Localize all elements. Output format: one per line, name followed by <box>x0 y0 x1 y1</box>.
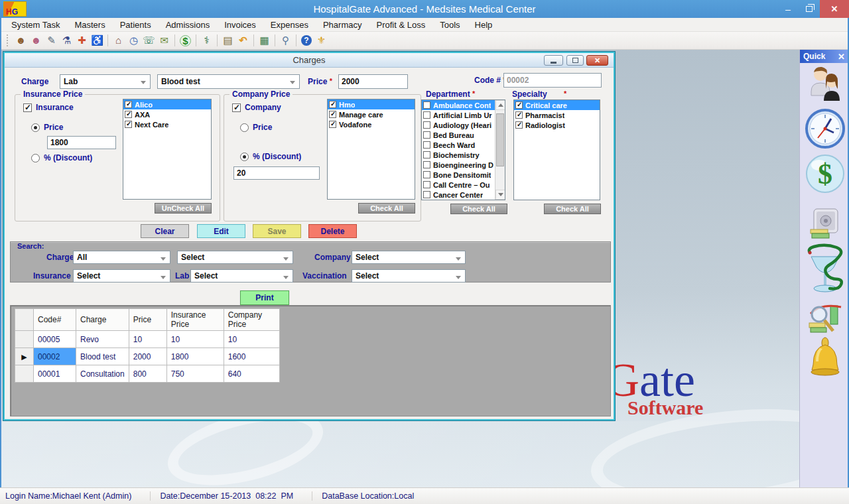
checkbox-icon[interactable] <box>329 111 336 118</box>
reports-icon[interactable]: ▦ <box>257 34 272 47</box>
menu-item-invoices[interactable]: Invoices <box>217 20 263 30</box>
checkbox-icon[interactable] <box>423 191 430 198</box>
cell-insurance-price[interactable]: 10 <box>166 331 224 348</box>
cell-price[interactable]: 10 <box>129 331 166 348</box>
insurance-checkbox-row[interactable]: Insurance <box>23 103 74 112</box>
menu-item-masters[interactable]: Masters <box>67 20 112 30</box>
list-item[interactable]: Audiology (Heari <box>422 120 495 130</box>
list-item[interactable]: Call Centre – Ou <box>422 180 495 190</box>
checkbox-icon[interactable] <box>423 141 430 149</box>
cell-insurance-price[interactable]: 750 <box>166 365 224 383</box>
cell-charge[interactable]: Consultation <box>76 365 129 383</box>
cell-code[interactable]: 00005 <box>34 331 76 348</box>
menu-item-admissions[interactable]: Admissions <box>159 20 217 30</box>
company-price-radio[interactable] <box>240 123 249 132</box>
quick-patients-button[interactable] <box>800 65 849 102</box>
checkbox-icon[interactable] <box>423 161 430 168</box>
search-insurance-combobox[interactable]: Select <box>73 269 170 283</box>
list-item[interactable]: Beech Ward <box>422 140 495 150</box>
checkbox-icon[interactable] <box>423 171 430 178</box>
fax-icon[interactable]: ☏ <box>141 34 157 47</box>
search-vaccination-combobox[interactable]: Select <box>352 269 466 283</box>
cell-insurance-price[interactable]: 1800 <box>166 348 224 365</box>
list-item[interactable]: Next Care <box>123 119 211 129</box>
cell-charge[interactable]: Revo <box>76 331 129 348</box>
menu-item-tools[interactable]: Tools <box>432 20 467 30</box>
list-item[interactable]: Bone Densitomit <box>422 170 495 180</box>
cash-icon[interactable]: $ <box>180 35 191 46</box>
menu-item-profit-loss[interactable]: Profit & Loss <box>369 20 432 30</box>
company-checkbox[interactable] <box>232 103 241 112</box>
find-patient-icon[interactable]: ⚲ <box>278 34 293 47</box>
list-item[interactable]: AXA <box>123 109 211 119</box>
row-selector[interactable]: ▶ <box>15 348 34 365</box>
quick-pharmacy-button[interactable] <box>800 243 849 294</box>
cell-price[interactable]: 2000 <box>129 348 166 365</box>
checkbox-icon[interactable] <box>423 121 430 129</box>
checkbox-icon[interactable] <box>329 101 336 108</box>
delete-button[interactable]: Delete <box>308 224 357 238</box>
menu-item-patients[interactable]: Patients <box>113 20 159 30</box>
company-discount-radio[interactable] <box>240 153 249 161</box>
charge-name-combobox[interactable]: Blood test <box>157 74 300 89</box>
list-item[interactable]: Artificial Limb Ur <box>422 110 495 120</box>
lab-icon[interactable]: ⚗ <box>59 34 74 47</box>
department-scrollbar[interactable] <box>495 100 505 200</box>
charge-type-combobox[interactable]: Lab <box>60 74 151 89</box>
minimize-button[interactable]: – <box>777 0 799 18</box>
checkbox-icon[interactable] <box>515 121 523 129</box>
scroll-down-icon[interactable] <box>495 190 505 200</box>
dialog-close-button[interactable]: ✕ <box>586 55 608 66</box>
list-item[interactable]: Manage care <box>328 109 415 119</box>
quick-close-icon[interactable]: ✕ <box>838 52 845 62</box>
employee-icon[interactable]: ☻ <box>29 34 44 47</box>
checkbox-icon[interactable] <box>515 111 523 119</box>
menu-item-expenses[interactable]: Expenses <box>263 20 316 30</box>
column-header-insurance-price[interactable]: Insurance Price <box>166 309 224 331</box>
cell-company-price[interactable]: 10 <box>224 331 279 348</box>
checkbox-icon[interactable] <box>423 151 430 158</box>
company-check-all-button[interactable]: Check All <box>358 203 415 214</box>
checkbox-icon[interactable] <box>125 101 132 108</box>
transport-icon[interactable]: ♿ <box>90 34 105 47</box>
checkbox-icon[interactable] <box>515 101 523 109</box>
cell-price[interactable]: 800 <box>129 365 166 383</box>
list-item[interactable]: Vodafone <box>328 119 415 129</box>
specialty-check-all-button[interactable]: Check All <box>544 204 601 214</box>
cell-company-price[interactable]: 1600 <box>224 348 279 365</box>
print-button[interactable]: Print <box>240 290 289 305</box>
department-check-all-button[interactable]: Check All <box>450 204 507 214</box>
cell-code[interactable]: 00001 <box>34 365 76 383</box>
cell-charge[interactable]: Blood test <box>76 348 129 365</box>
quick-charges-button[interactable]: $ <box>800 154 849 194</box>
menu-item-system-task[interactable]: System Task <box>4 20 67 30</box>
delivery-icon[interactable]: ▤ <box>220 34 235 47</box>
clear-button[interactable]: Clear <box>141 224 189 238</box>
list-item[interactable]: Pharmacist <box>514 110 600 120</box>
notifications-icon[interactable]: ⚜ <box>314 34 329 47</box>
specialty-listbox[interactable]: Critical care Pharmacist Radiologist <box>513 99 600 200</box>
list-item[interactable]: Ambulance Cont <box>422 100 495 110</box>
cell-company-price[interactable]: 640 <box>224 365 279 383</box>
insurance-discount-radio[interactable] <box>31 154 40 162</box>
list-item[interactable]: Alico <box>123 99 211 109</box>
medicine-icon[interactable]: ✚ <box>74 34 90 47</box>
search-lab-combobox[interactable]: Select <box>190 269 293 283</box>
quick-appointments-button[interactable] <box>800 108 849 149</box>
search-charge-combobox[interactable]: All <box>73 251 170 264</box>
schedule-icon[interactable]: ◷ <box>126 34 141 47</box>
dialog-minimize-button[interactable] <box>544 55 563 66</box>
list-item[interactable]: Radiologist <box>514 120 600 130</box>
list-item[interactable]: Critical care <box>514 100 600 110</box>
company-checkbox-row[interactable]: Company <box>232 103 281 112</box>
company-listbox[interactable]: Hmo Manage care Vodafone <box>327 99 415 200</box>
search-charge-sub-combobox[interactable]: Select <box>177 251 293 264</box>
company-discount-radio-row[interactable]: % (Discount) <box>240 152 301 161</box>
checkbox-icon[interactable] <box>423 111 430 119</box>
table-row[interactable]: 00005 Revo 10 10 10 <box>15 331 280 348</box>
code-input[interactable] <box>503 73 602 88</box>
list-item[interactable]: Hmo <box>328 99 415 109</box>
menu-item-help[interactable]: Help <box>468 20 500 30</box>
scroll-up-icon[interactable] <box>495 100 505 110</box>
insurance-listbox[interactable]: Alico AXA Next Care <box>123 99 212 200</box>
